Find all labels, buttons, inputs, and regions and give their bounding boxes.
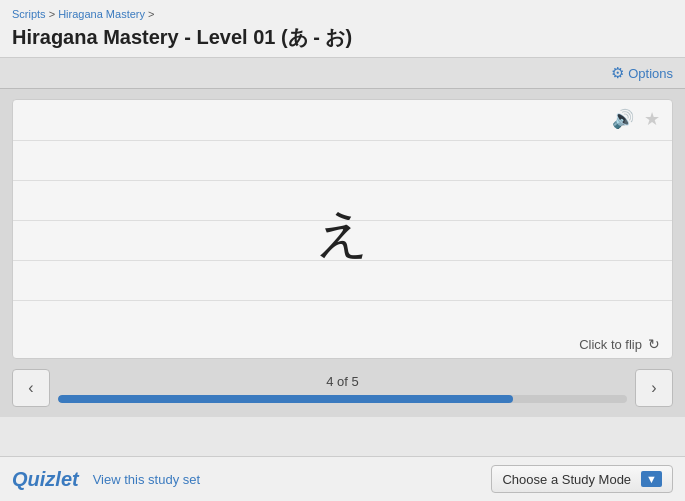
gear-icon: ⚙ (611, 64, 624, 82)
study-mode-label: Choose a Study Mode (502, 472, 631, 487)
line4 (13, 260, 672, 261)
flashcard-character: え (316, 199, 369, 269)
footer-left: Quizlet View this study set (12, 468, 200, 491)
breadcrumb: Scripts > Hiragana Mastery > (12, 8, 673, 20)
header: Scripts > Hiragana Mastery > Hiragana Ma… (0, 0, 685, 58)
prev-button[interactable]: ‹ (12, 369, 50, 407)
star-icon: ★ (644, 109, 660, 129)
progress-bar-fill (58, 395, 513, 403)
main-content: 🔊 ★ え Click to flip ↻ ‹ 4 of 5 › (0, 89, 685, 417)
line3 (13, 220, 672, 221)
progress-area: 4 of 5 (58, 374, 627, 403)
prev-icon: ‹ (28, 379, 33, 397)
toolbar: ⚙ Options (0, 58, 685, 89)
sound-button[interactable]: 🔊 (612, 108, 634, 130)
star-button[interactable]: ★ (644, 108, 660, 130)
flashcard-footer: Click to flip ↻ (13, 330, 672, 358)
study-mode-button[interactable]: Choose a Study Mode ▼ (491, 465, 673, 493)
flashcard-icons: 🔊 ★ (13, 100, 672, 138)
flashcard-content: え (13, 138, 672, 330)
next-icon: › (651, 379, 656, 397)
options-button[interactable]: ⚙ Options (611, 64, 673, 82)
quizlet-logo: Quizlet (12, 468, 79, 491)
breadcrumb-scripts-link[interactable]: Scripts (12, 8, 46, 20)
nav-row: ‹ 4 of 5 › (12, 369, 673, 407)
sound-icon: 🔊 (612, 109, 634, 129)
dropdown-arrow-icon: ▼ (641, 471, 662, 487)
flip-label: Click to flip (579, 337, 642, 352)
progress-bar-background (58, 395, 627, 403)
line1 (13, 140, 672, 141)
footer: Quizlet View this study set Choose a Stu… (0, 456, 685, 501)
progress-label: 4 of 5 (326, 374, 359, 389)
options-label: Options (628, 66, 673, 81)
flashcard[interactable]: 🔊 ★ え Click to flip ↻ (12, 99, 673, 359)
breadcrumb-sep2: > (148, 8, 154, 20)
page-title: Hiragana Mastery - Level 01 (あ - お) (12, 24, 673, 51)
flip-icon: ↻ (648, 336, 660, 352)
next-button[interactable]: › (635, 369, 673, 407)
line2 (13, 180, 672, 181)
line5 (13, 300, 672, 301)
breadcrumb-mastery-link[interactable]: Hiragana Mastery (58, 8, 145, 20)
view-set-link[interactable]: View this study set (93, 472, 200, 487)
breadcrumb-sep1: > (49, 8, 58, 20)
